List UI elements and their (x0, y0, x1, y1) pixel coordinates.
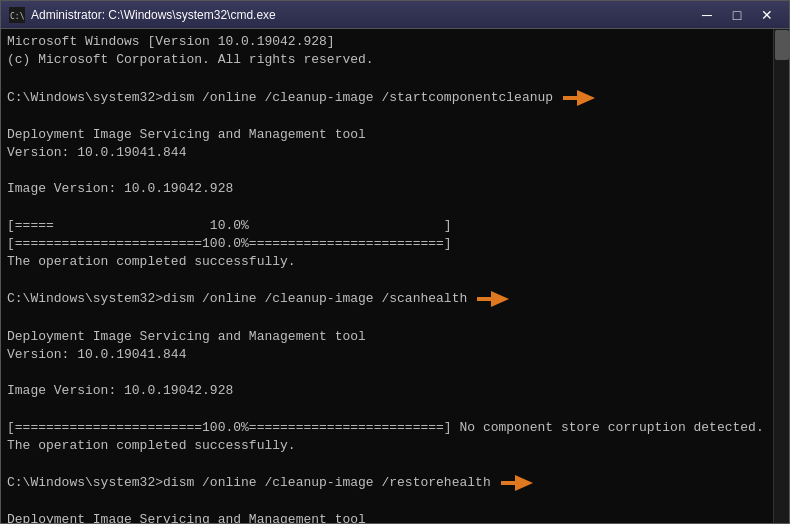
console-content: Microsoft Windows [Version 10.0.19042.92… (7, 33, 783, 523)
annotation-arrow (501, 473, 533, 493)
console-line: (c) Microsoft Corporation. All rights re… (7, 51, 783, 69)
console-line (7, 455, 783, 473)
console-line: Version: 10.0.19041.844 (7, 144, 783, 162)
console-line (7, 493, 783, 511)
close-button[interactable]: ✕ (753, 4, 781, 26)
console-line: Version: 10.0.19041.844 (7, 346, 783, 364)
maximize-button[interactable]: □ (723, 4, 751, 26)
console-line: Image Version: 10.0.19042.928 (7, 180, 783, 198)
scrollbar-thumb[interactable] (775, 30, 789, 60)
console-line: C:\Windows\system32>dism /online /cleanu… (7, 289, 783, 309)
console-line (7, 400, 783, 418)
svg-text:C:\: C:\ (10, 12, 25, 21)
console-line: The operation completed successfully. (7, 253, 783, 271)
title-bar-controls: ─ □ ✕ (693, 4, 781, 26)
console-line: Deployment Image Servicing and Managemen… (7, 328, 783, 346)
console-line: C:\Windows\system32>dism /online /cleanu… (7, 88, 783, 108)
console-line: [===== 10.0% ] (7, 217, 783, 235)
console-line (7, 108, 783, 126)
console-line (7, 309, 783, 327)
svg-marker-4 (501, 475, 533, 491)
cmd-icon: C:\ (9, 7, 25, 23)
console-line (7, 199, 783, 217)
console-line: [========================100.0%=========… (7, 419, 783, 437)
title-bar: C:\ Administrator: C:\Windows\system32\c… (1, 1, 789, 29)
console-line: Image Version: 10.0.19042.928 (7, 382, 783, 400)
svg-marker-3 (477, 291, 509, 307)
window: C:\ Administrator: C:\Windows\system32\c… (0, 0, 790, 524)
title-bar-text: Administrator: C:\Windows\system32\cmd.e… (31, 8, 693, 22)
console-area[interactable]: Microsoft Windows [Version 10.0.19042.92… (1, 29, 789, 523)
svg-marker-2 (563, 90, 595, 106)
console-line: [========================100.0%=========… (7, 235, 783, 253)
console-line: The operation completed successfully. (7, 437, 783, 455)
minimize-button[interactable]: ─ (693, 4, 721, 26)
console-line: Deployment Image Servicing and Managemen… (7, 511, 783, 523)
scrollbar[interactable] (773, 29, 789, 523)
console-line (7, 364, 783, 382)
console-line (7, 271, 783, 289)
annotation-arrow (563, 88, 595, 108)
console-line: Deployment Image Servicing and Managemen… (7, 126, 783, 144)
console-line (7, 69, 783, 87)
console-line (7, 162, 783, 180)
console-line: Microsoft Windows [Version 10.0.19042.92… (7, 33, 783, 51)
console-line: C:\Windows\system32>dism /online /cleanu… (7, 473, 783, 493)
annotation-arrow (477, 289, 509, 309)
